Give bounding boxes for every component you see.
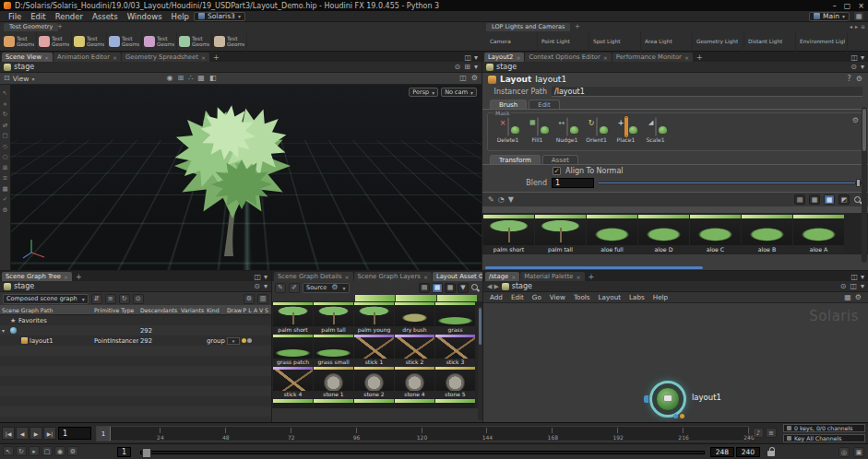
overview-icon[interactable]: ▦ [844, 294, 851, 301]
viewport-tool-icon[interactable]: ↖ [3, 89, 7, 97]
column-header[interactable]: Descendants [138, 307, 179, 313]
viewport-tool-icon[interactable]: ⊞ [3, 164, 7, 171]
pane-split-icon[interactable]: ◫ [464, 54, 471, 62]
close-tab-icon[interactable]: × [511, 274, 516, 280]
path-menu-icon[interactable]: ▾ [861, 64, 864, 71]
asset-thumbnail[interactable]: stick 1 [354, 335, 394, 366]
pane-tab[interactable]: Context Options Editor× [525, 53, 611, 62]
link-icon[interactable]: ⊞ [464, 64, 470, 71]
node-name-field[interactable]: layout1 [535, 75, 566, 84]
pen-tool-icon[interactable]: ✐ [289, 283, 300, 293]
column-header[interactable]: Scene Graph Path [0, 307, 92, 313]
asset-thumbnail[interactable]: aloe B [742, 215, 792, 253]
pane-menu-icon[interactable]: ▾ [861, 274, 864, 281]
network-menu-item[interactable]: Layout [599, 293, 621, 301]
menu-item[interactable]: Render [51, 12, 88, 21]
asset-thumbnail[interactable]: stick 2 [395, 335, 434, 366]
add-pane-tab-button[interactable]: + [73, 273, 85, 281]
column-header[interactable]: Kind [205, 307, 225, 313]
tag-filter-icon[interactable]: ◩ [838, 194, 850, 205]
asset-thumbnail[interactable]: aloe A [793, 215, 844, 253]
scene-graph-row[interactable]: Favorites [0, 315, 271, 325]
state-dot[interactable] [247, 318, 252, 323]
vertical-scrollbar[interactable] [862, 107, 867, 263]
timeline-ruler[interactable]: 1 24487296120144168192216240 [96, 426, 749, 441]
add-pane-tab-button[interactable]: + [694, 53, 706, 62]
transport-button[interactable]: ▶| [43, 427, 56, 440]
asset-thumbnail[interactable]: stone 4 [395, 367, 434, 398]
close-tab-icon[interactable]: × [44, 54, 49, 61]
hud-icon[interactable]: ▣ [853, 447, 864, 457]
asset-thumbnail[interactable] [354, 399, 394, 408]
camera-menu[interactable]: No cam▾ [441, 88, 477, 97]
range-slider-handle[interactable] [142, 448, 151, 458]
shelf-tool-light[interactable]: Distant Light [744, 31, 796, 52]
pane-tab[interactable]: Scene Graph Details× [274, 272, 353, 281]
pin-icon[interactable]: ⊙ [850, 64, 857, 71]
brush-button[interactable]: Nudge1 [554, 118, 579, 143]
close-tab-icon[interactable]: × [113, 54, 117, 61]
shelf-tab-test-geometry[interactable]: Test Geometry [4, 23, 58, 31]
network-path[interactable]: stage [14, 63, 34, 71]
viewport-tool-icon[interactable]: ✓ [3, 195, 7, 203]
small-grid-view-icon[interactable]: ▦ [809, 194, 820, 205]
close-tab-icon[interactable]: × [201, 54, 206, 61]
column-header[interactable]: Primitive Type [92, 307, 138, 313]
network-path[interactable]: stage [496, 63, 517, 71]
menu-item[interactable]: Windows [123, 12, 167, 21]
network-menu-item[interactable]: Add [490, 293, 503, 301]
shelf-tool-light[interactable]: Spot Light [589, 31, 641, 52]
shelf-scroll-arrows[interactable]: ◂▸≡ [850, 23, 865, 29]
viewport-tool-icon[interactable]: ≡ [3, 174, 7, 182]
viewport-tool-icon[interactable]: ▦ [2, 185, 7, 193]
main-desktop-selector[interactable]: Main ▾ [809, 12, 850, 21]
pin-icon[interactable]: ⊙ [455, 64, 461, 71]
current-frame-marker[interactable]: 1 [97, 427, 111, 441]
snapshot-icon[interactable]: ◫ [850, 283, 857, 290]
shelf-tool-light[interactable]: Geometry Light [693, 31, 744, 52]
list-view-icon[interactable]: ▤ [794, 194, 805, 205]
pane-tab[interactable]: Layout2× [484, 53, 524, 62]
grid-snap-icon[interactable]: ⊞ [178, 75, 184, 82]
sub-tab[interactable]: Asset [542, 155, 578, 164]
layout1-node[interactable]: layout1 [649, 381, 686, 418]
asset-thumbnail[interactable]: grass small [314, 335, 353, 366]
instancer-path-input[interactable]: /layout1 [552, 87, 862, 97]
pin-icon[interactable]: ⊙ [254, 283, 260, 290]
forward-icon[interactable]: ▶ [493, 283, 498, 290]
settings-gear-icon[interactable]: ⚙ [67, 446, 78, 456]
gear-icon[interactable]: ⚙ [856, 76, 862, 83]
asset-thumbnail[interactable]: dry bush [395, 302, 434, 334]
asset-thumbnail[interactable]: grass patch [273, 335, 313, 366]
close-tab-icon[interactable]: × [603, 54, 608, 61]
asset-thumbnail[interactable]: stone 1 [314, 367, 353, 398]
asset-thumbnail[interactable]: aloe C [690, 215, 741, 253]
back-icon[interactable]: ◀ [487, 283, 492, 290]
path-menu-icon[interactable]: ▾ [264, 283, 268, 290]
pane-menu-icon[interactable]: ▾ [264, 274, 268, 281]
grid-view-icon[interactable]: ▦ [432, 283, 443, 293]
column-header[interactable]: Draw M [225, 307, 242, 313]
asset-thumbnail[interactable]: palm short [483, 215, 534, 253]
blend-slider[interactable] [599, 182, 862, 184]
close-tab-icon[interactable]: × [64, 274, 68, 280]
network-menu-item[interactable]: Labs [629, 293, 645, 301]
viewport-tool-icon[interactable]: ▢ [2, 132, 7, 139]
shelf-add-tab-button[interactable]: + [57, 23, 63, 30]
path-menu-icon[interactable]: ▾ [474, 64, 478, 71]
asset-thumbnail[interactable]: stick 3 [435, 335, 475, 366]
shelf-tool-test-geometry[interactable]: TestGeometry:.. [107, 31, 142, 52]
path-menu-icon[interactable]: ▾ [861, 283, 864, 290]
sub-tab[interactable]: Transform [490, 155, 541, 164]
asset-thumbnail[interactable]: stone 5 [435, 367, 475, 398]
pane-tab[interactable]: Layout Asset Gallery× [433, 272, 482, 281]
lock-range-icon[interactable] [767, 451, 775, 456]
pane-tab[interactable]: Performance Monitor× [612, 53, 693, 62]
network-canvas[interactable]: Solaris layout1 [483, 303, 868, 422]
network-path[interactable]: stage [14, 282, 34, 290]
shelf-tool-test-geometry[interactable]: TestGeometry:.. [72, 31, 107, 52]
node-input-flag[interactable] [644, 395, 648, 403]
search-icon[interactable] [470, 283, 480, 292]
list-view-icon[interactable]: ▤ [419, 283, 430, 293]
expand-all-icon[interactable]: ⇵ [91, 294, 102, 304]
